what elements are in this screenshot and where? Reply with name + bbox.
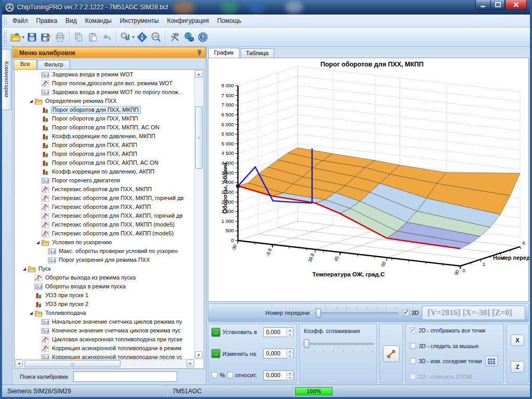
paste-button[interactable] bbox=[86, 30, 100, 44]
gear-slider[interactable] bbox=[315, 308, 398, 318]
tree-item[interactable]: 1.2Конечное значение счетчика циклов реж… bbox=[15, 326, 194, 335]
tree-item[interactable]: 1.2Обороты входа в режим пуска bbox=[15, 282, 194, 291]
tree-horizontal-scrollbar[interactable]: ◄ ||| ► bbox=[15, 359, 194, 368]
scroll-left-button[interactable]: ◄ bbox=[15, 360, 23, 367]
scroll-down-button[interactable]: ▼ bbox=[195, 351, 203, 359]
menu-item-1[interactable]: Файл bbox=[8, 16, 32, 26]
smoothing-slider[interactable] bbox=[303, 338, 374, 349]
save-button[interactable] bbox=[25, 30, 39, 44]
display-option-checkbox-3[interactable] bbox=[410, 358, 416, 364]
svg-text:Температура ОЖ, град.С: Температура ОЖ, град.С bbox=[312, 271, 384, 277]
calibration-search-input[interactable] bbox=[73, 371, 177, 382]
help-button[interactable]: ? bbox=[196, 30, 210, 44]
tree-folder[interactable]: Пуск bbox=[15, 264, 194, 273]
menu-item-2[interactable]: Правка bbox=[32, 16, 62, 26]
undo-button[interactable] bbox=[100, 30, 114, 44]
online-update-button[interactable] bbox=[182, 30, 196, 44]
tab-filter[interactable]: Фильтр bbox=[37, 60, 70, 69]
gear-slider-thumb[interactable] bbox=[316, 309, 321, 317]
tree-item[interactable]: 1.2Начальное значение счетчика циклов ре… bbox=[15, 317, 194, 326]
display-option-label: 2D - отображать все точки bbox=[419, 327, 485, 334]
comments-side-tab[interactable]: Комментарии bbox=[2, 49, 11, 110]
tree-item[interactable]: Порог оборотов для ПХХ, МКПП bbox=[15, 114, 194, 123]
tree-item[interactable]: УОЗ при пуске 1 bbox=[15, 291, 194, 300]
tree-vscroll-thumb[interactable]: ≡ bbox=[195, 107, 203, 169]
change-by-spinner[interactable]: 0,000▲▼ bbox=[263, 349, 294, 358]
relative-spinner[interactable]: 0,000▲▼ bbox=[263, 370, 294, 380]
tree-item[interactable]: Порог полож.дросселя для вкл. режима WOT bbox=[15, 79, 194, 88]
tree-item[interactable]: УОЗ при пуске 2 bbox=[15, 300, 194, 309]
apply-set-button[interactable]: → bbox=[211, 328, 220, 337]
print-button[interactable] bbox=[53, 30, 67, 44]
tree-item[interactable]: Гистерезис оборотов для ПХХ, МКПП (mode5… bbox=[15, 220, 194, 229]
info-button[interactable] bbox=[135, 30, 149, 44]
close-button[interactable] bbox=[505, 0, 527, 10]
checkbox-relative[interactable] bbox=[227, 372, 233, 378]
save-as-button[interactable] bbox=[39, 30, 53, 44]
tab-all[interactable]: Все bbox=[14, 59, 37, 70]
tree-item[interactable]: Порог оборотов для ПХХ, АКПП bbox=[15, 141, 194, 150]
tree-item[interactable]: Гистерезис оборотов для ПХХ, АКПП, горяч… bbox=[15, 211, 194, 220]
menu-item-4[interactable]: Команды bbox=[81, 16, 116, 26]
tab-chart[interactable]: График bbox=[208, 48, 240, 58]
tree-item[interactable]: 1.2Задержка входа в режим WOT bbox=[15, 70, 194, 79]
tree-folder[interactable]: Топливоподача bbox=[15, 309, 194, 317]
scroll-right-button[interactable]: ► bbox=[187, 360, 194, 367]
checkbox-percent[interactable] bbox=[211, 372, 218, 378]
tree-item[interactable]: Коэфф.коррекции по давлению, АКПП bbox=[15, 167, 194, 176]
tree-folder[interactable]: Определение режима ПХХ bbox=[15, 97, 194, 105]
tree-item[interactable]: Коэфф.коррекции по давлению, МКПП bbox=[15, 132, 194, 141]
tree-item[interactable]: 1.2Коррекция асинхронной топливоподачи п… bbox=[15, 353, 194, 359]
display-options-group: 2D - отображать все точки3D - следить за… bbox=[405, 324, 504, 383]
tree-item[interactable]: Гистерезис оборотов для ПХХ, АКПП (mode5… bbox=[15, 229, 194, 238]
maximize-button[interactable] bbox=[490, 0, 505, 10]
tree-item[interactable]: Порог оборотов для ПХХ, МКПП bbox=[15, 105, 194, 114]
toolbar-grip[interactable] bbox=[3, 17, 7, 25]
tree-item[interactable]: 1.2Макс. обороты проверки условий по уск… bbox=[15, 247, 194, 256]
tree-item[interactable]: Порог оборотов для ПХХ, АКПП, AC ON bbox=[15, 158, 194, 167]
tree-item[interactable]: 1.2Порог горячего двигателя bbox=[15, 176, 194, 185]
display-option-checkbox-1[interactable] bbox=[410, 327, 416, 334]
tree-item[interactable]: Порог оборотов для ПХХ, МКПП, AC ON bbox=[15, 123, 194, 132]
menu-item-7[interactable]: Помощь bbox=[213, 16, 245, 26]
toolbar-grip[interactable] bbox=[3, 30, 7, 43]
view-data-button[interactable] bbox=[118, 30, 132, 44]
tab-table[interactable]: Таблица bbox=[241, 48, 274, 58]
menu-item-6[interactable]: Конфигурация bbox=[163, 16, 213, 26]
display-option-checkbox-2[interactable] bbox=[410, 343, 416, 349]
apply-change-button[interactable]: → bbox=[211, 349, 220, 358]
tree-folder[interactable]: Условия по ускорению bbox=[15, 238, 194, 247]
tree-item[interactable]: Коррекция асинхронной топливоподачи в ре… bbox=[15, 344, 194, 353]
toolbar-separator bbox=[165, 31, 166, 43]
copy-button[interactable] bbox=[72, 30, 86, 44]
tree-hscroll-thumb[interactable]: ||| bbox=[24, 360, 121, 367]
scroll-up-button[interactable]: ▲ bbox=[195, 70, 203, 78]
zoom-100-button[interactable]: 100 bbox=[149, 30, 163, 44]
minimize-button[interactable] bbox=[475, 0, 490, 10]
open-file-button[interactable] bbox=[8, 30, 22, 44]
menu-item-5[interactable]: Инструменты bbox=[116, 16, 163, 26]
set-to-spinner[interactable]: 0,000▲▼ bbox=[263, 327, 294, 337]
tools-button[interactable] bbox=[168, 30, 182, 44]
pin-icon[interactable] bbox=[196, 49, 203, 57]
tree-item[interactable]: Обороты выхода из режима пуска bbox=[15, 273, 194, 282]
tree-vertical-scrollbar[interactable]: ▲ ≡ ▼ bbox=[194, 70, 203, 359]
tree-item[interactable]: Цикловая асинхронная топливоподача при п… bbox=[15, 335, 194, 344]
menu-item-3[interactable]: Вид bbox=[61, 16, 81, 26]
checkbox-3d[interactable] bbox=[403, 310, 409, 316]
tree-item[interactable]: 1.2Задержка входа в режим WOT по порогу … bbox=[15, 88, 194, 97]
grid-edit-button[interactable] bbox=[485, 356, 498, 366]
smoothing-slider-thumb[interactable] bbox=[304, 339, 309, 348]
title-bar: ChipTuningPRO ver.7.7.2.1222 - 7M51AGC S… bbox=[2, 0, 530, 15]
tree-item[interactable]: Порог оборотов для ПХХ, АКПП bbox=[15, 150, 194, 158]
x-axis-button[interactable]: X bbox=[511, 335, 524, 346]
surface-chart[interactable]: 05001 0001 5002 0002 5003 0003 5004 0004… bbox=[208, 58, 529, 302]
tree-item[interactable]: Гистерезис оборотов для ПХХ, АКПП bbox=[15, 203, 194, 211]
z-axis-button[interactable]: Z bbox=[511, 361, 524, 373]
tree-item[interactable]: 1.2Порог ускорения для режима ПХХ bbox=[15, 256, 194, 264]
tree-item[interactable]: Гистерезис оборотов для ПХХ, МКПП, горяч… bbox=[15, 194, 194, 203]
panel-grip[interactable] bbox=[14, 49, 18, 57]
tree-item[interactable]: Гистерезис оборотов для ПХХ, МКПП bbox=[15, 185, 194, 194]
edit-curve-button[interactable] bbox=[383, 345, 400, 362]
display-option-checkbox-4[interactable] bbox=[410, 374, 416, 380]
